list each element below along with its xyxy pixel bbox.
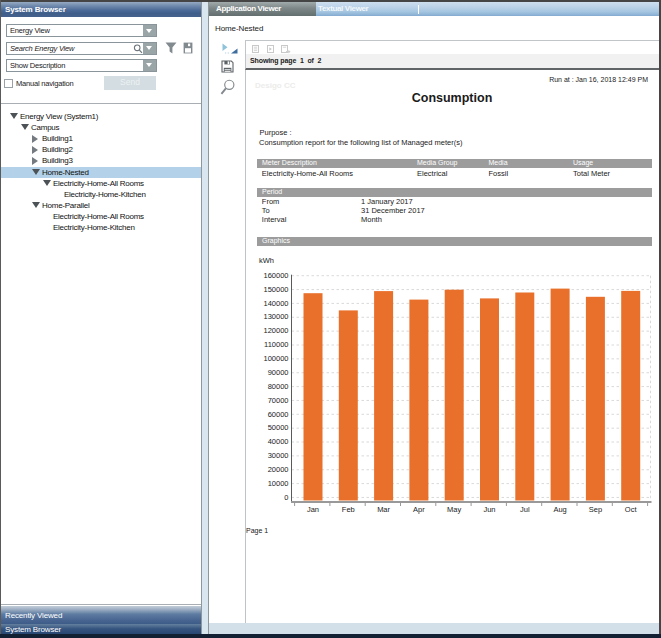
svg-text:70000: 70000 [268,396,289,405]
svg-text:30000: 30000 [268,451,289,460]
svg-text:40000: 40000 [268,437,289,446]
svg-text:160000: 160000 [263,271,288,280]
svg-text:60000: 60000 [268,410,289,419]
svg-text:Oct: Oct [625,505,638,514]
svg-text:Feb: Feb [342,505,355,514]
svg-text:Jul: Jul [520,505,530,514]
svg-text:100000: 100000 [263,354,288,363]
svg-text:Sep: Sep [589,505,602,514]
svg-text:Aug: Aug [553,505,566,514]
svg-text:Mar: Mar [377,505,390,514]
svg-text:20000: 20000 [268,465,289,474]
svg-text:80000: 80000 [268,382,289,391]
svg-text:10000: 10000 [268,479,289,488]
svg-text:140000: 140000 [263,299,288,308]
svg-text:0: 0 [284,493,288,502]
svg-text:kWh: kWh [259,256,274,265]
svg-text:May: May [447,505,461,514]
svg-text:120000: 120000 [263,326,288,335]
svg-text:150000: 150000 [263,285,288,294]
svg-text:130000: 130000 [263,312,288,321]
svg-text:50000: 50000 [268,423,289,432]
svg-text:Apr: Apr [413,505,425,514]
svg-text:Jan: Jan [307,505,319,514]
svg-text:90000: 90000 [268,368,289,377]
svg-text:Jun: Jun [483,505,495,514]
svg-text:110000: 110000 [264,340,288,349]
